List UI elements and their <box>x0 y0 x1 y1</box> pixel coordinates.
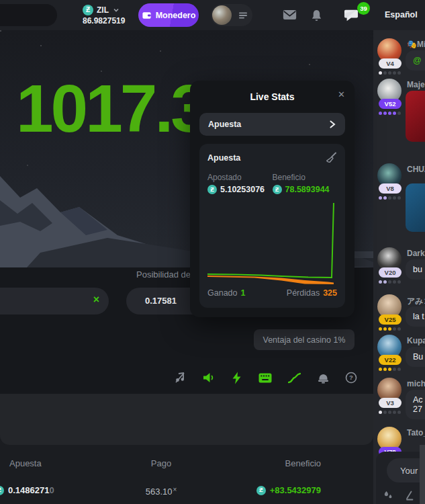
chat-username: Dark <box>407 249 425 258</box>
wins-counter: Ganado1 <box>207 288 245 298</box>
zil-coin-icon: Ƶ <box>256 486 266 495</box>
sound-button[interactable] <box>199 368 218 387</box>
mail-button[interactable] <box>281 7 297 23</box>
house-edge-tooltip: Ventaja del casino 1% <box>254 329 355 350</box>
music-mute-button[interactable] <box>171 368 189 387</box>
level-dots <box>379 280 401 284</box>
chat-icon <box>344 8 359 22</box>
history-payout-cell: 563.10× <box>101 486 222 497</box>
chat-bubble: Ac 27 <box>406 390 425 419</box>
chat-username: mich <box>407 379 425 388</box>
live-stats-modal: Live Stats ✕ Apuesta Apuesta Apostado Ƶ <box>190 81 355 317</box>
live-stats-button[interactable] <box>285 368 303 387</box>
col-header-bet: Apuesta <box>9 458 42 468</box>
zil-coin-icon: Ƶ <box>83 5 93 15</box>
level-badge: V52 <box>379 99 402 109</box>
bell-icon <box>311 9 322 22</box>
chat-unread-badge: 39 <box>357 2 370 15</box>
level-badge: V22 <box>379 355 402 365</box>
level-dots <box>379 368 401 371</box>
chat-username: CHUZ <box>407 165 425 174</box>
currency-selector[interactable]: Ƶ ZIL <box>83 5 120 15</box>
chat-username: Maje <box>407 80 425 89</box>
casino-limbo-page: Ƶ ZIL 86.9827519 Monedero <box>0 0 425 504</box>
language-selector[interactable]: Español <box>385 10 418 19</box>
col-header-payout: Pago <box>101 458 222 468</box>
multiplier-symbol: × <box>93 294 99 306</box>
multiplier-result: 1017.3 <box>16 75 205 142</box>
level-dots <box>379 71 401 75</box>
win-chance-label: Posibilidad de <box>136 269 191 280</box>
reset-broom-icon[interactable] <box>326 152 337 163</box>
chat-input-panel <box>376 452 425 504</box>
rain-tip-button[interactable] <box>381 489 395 502</box>
search-box[interactable] <box>0 4 57 26</box>
music-off-icon <box>174 372 186 384</box>
menu-icon <box>239 12 247 19</box>
starfield <box>0 30 1 32</box>
zil-coin-icon: Ƶ <box>273 185 282 194</box>
chat-image-message <box>406 91 425 142</box>
wallet-button-label: Monedero <box>156 11 196 20</box>
fairness-button[interactable] <box>314 368 332 387</box>
chevron-right-icon <box>328 120 336 129</box>
chat-bubble: bu <box>406 259 425 280</box>
profit-label: Beneficio <box>273 173 338 182</box>
level-badge: V8 <box>379 183 402 194</box>
help-button[interactable]: ? <box>342 368 361 387</box>
chat-image-message <box>406 183 425 232</box>
slash-icon <box>404 490 415 501</box>
keyboard-icon <box>258 373 272 383</box>
chat-username: 🎭Mi <box>407 40 425 49</box>
level-badge: V4 <box>379 58 402 69</box>
level-dots <box>379 112 401 115</box>
stats-card: Apuesta Apostado Ƶ 5.10253076 Beneficio <box>199 144 345 308</box>
side-panel-edge <box>420 445 425 504</box>
speaker-icon <box>202 372 215 384</box>
history-profit-cell: Ƶ +83.5432979 <box>256 485 321 495</box>
chat-bubble: @ <box>406 50 425 71</box>
svg-text:?: ? <box>349 374 353 381</box>
hotkeys-button[interactable] <box>256 368 275 387</box>
chat-sidebar: 🎭Mi @ V4 Maje V52 CHUZ V8 Dark bu V20 <box>373 30 425 504</box>
chat-rules-button[interactable] <box>403 489 416 502</box>
level-dots <box>379 327 401 331</box>
helmet-icon <box>318 372 329 384</box>
close-icon[interactable]: ✕ <box>338 89 345 99</box>
topbar: Ƶ ZIL 86.9827519 Monedero <box>0 0 425 30</box>
stats-mode-dropdown[interactable]: Apuesta <box>199 113 345 136</box>
chat-username: Kupa <box>407 336 425 345</box>
zil-coin-icon: Ƶ <box>207 185 217 194</box>
droplets-icon <box>383 490 393 501</box>
wallet-button[interactable]: Monedero <box>138 3 199 27</box>
zil-coin-icon: Ƶ <box>0 486 4 495</box>
wagered-label: Apostado <box>207 173 273 182</box>
stats-card-title: Apuesta <box>207 153 240 163</box>
losses-counter: Pérdidas325 <box>287 288 337 298</box>
target-multiplier-input[interactable]: × <box>0 288 109 314</box>
col-header-profit: Beneficio <box>285 458 321 468</box>
bet-history-table: Apuesta Pago Beneficio Ƶ 0.14862710 563.… <box>0 445 373 504</box>
level-badge: V3 <box>379 398 402 408</box>
wallet-balance: 86.9827519 <box>83 16 125 26</box>
instant-bet-button[interactable] <box>227 368 246 387</box>
chevron-down-icon <box>112 6 120 14</box>
lightning-icon <box>232 372 242 384</box>
chat-bubble: la t <box>406 306 425 327</box>
level-dots <box>379 411 401 414</box>
user-avatar <box>212 5 232 25</box>
user-menu[interactable] <box>211 4 252 26</box>
game-footer-panel <box>0 394 373 445</box>
wagered-value: Ƶ 5.10253076 <box>207 185 273 194</box>
help-icon: ? <box>345 372 357 384</box>
wallet-icon <box>142 10 152 20</box>
notifications-button[interactable] <box>308 7 324 24</box>
mail-icon <box>283 9 297 21</box>
dropdown-label: Apuesta <box>208 120 241 129</box>
history-bet-cell: Ƶ 0.14862710 <box>0 485 54 495</box>
chat-username: Tato_ <box>407 428 425 437</box>
profit-sparkline-chart <box>207 200 337 284</box>
profit-line <box>207 203 334 278</box>
stats-squiggle-icon <box>288 372 301 384</box>
currency-code: ZIL <box>97 5 109 15</box>
